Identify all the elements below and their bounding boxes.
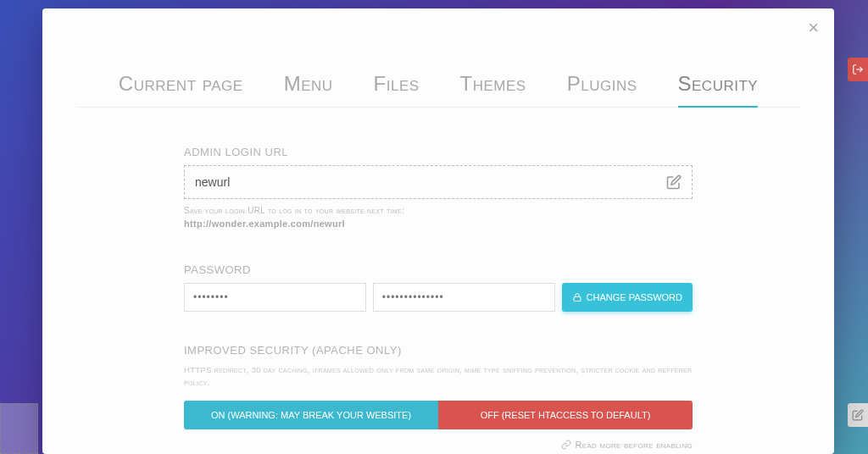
security-panel: ADMIN LOGIN URL newurl Save your login U… <box>184 146 693 450</box>
password-row: CHANGE PASSWORD <box>184 283 693 312</box>
pencil-square-icon[interactable] <box>666 174 682 190</box>
tab-menu[interactable]: Menu <box>284 72 333 107</box>
settings-modal: × Current page Menu Files Themes Plugins… <box>42 8 834 454</box>
logout-side-tab[interactable] <box>848 58 868 81</box>
improved-security-label: IMPROVED SECURITY (APACHE ONLY) <box>184 344 693 357</box>
lock-icon <box>572 292 582 302</box>
tab-current-page[interactable]: Current page <box>119 72 243 107</box>
logout-icon <box>852 64 864 75</box>
admin-url-label: ADMIN LOGIN URL <box>184 146 693 158</box>
improved-security-toggle: ON (WARNING: MAY BREAK YOUR WEBSITE) OFF… <box>184 401 693 429</box>
edit-icon <box>852 409 864 421</box>
change-password-button[interactable]: CHANGE PASSWORD <box>562 283 693 312</box>
link-icon <box>561 440 571 450</box>
tab-bar: Current page Menu Files Themes Plugins S… <box>76 72 800 108</box>
security-off-button[interactable]: OFF (RESET HTACCESS TO DEFAULT) <box>438 401 693 429</box>
admin-url-value: newurl <box>195 175 230 189</box>
edit-side-tab[interactable] <box>848 403 868 427</box>
password-label: PASSWORD <box>184 263 693 276</box>
tab-themes[interactable]: Themes <box>460 72 526 107</box>
tab-files[interactable]: Files <box>374 72 420 107</box>
read-more-link[interactable]: Read more before enabling <box>184 440 693 450</box>
tab-plugins[interactable]: Plugins <box>567 72 637 107</box>
security-on-button[interactable]: ON (WARNING: MAY BREAK YOUR WEBSITE) <box>184 401 438 429</box>
improved-security-desc: HTTPS redirect, 30 day caching, iframes … <box>184 363 693 389</box>
admin-url-hint: Save your login URL to log in to your we… <box>184 204 693 231</box>
background-dashed-panel <box>0 403 38 454</box>
admin-url-box[interactable]: newurl <box>184 165 693 199</box>
svg-rect-1 <box>574 296 581 301</box>
close-button[interactable]: × <box>808 17 819 39</box>
password-new-input[interactable] <box>373 283 555 312</box>
tab-security[interactable]: Security <box>678 72 759 108</box>
password-old-input[interactable] <box>184 283 366 312</box>
admin-url-preview: http://wonder.example.com/newurl <box>184 219 345 229</box>
